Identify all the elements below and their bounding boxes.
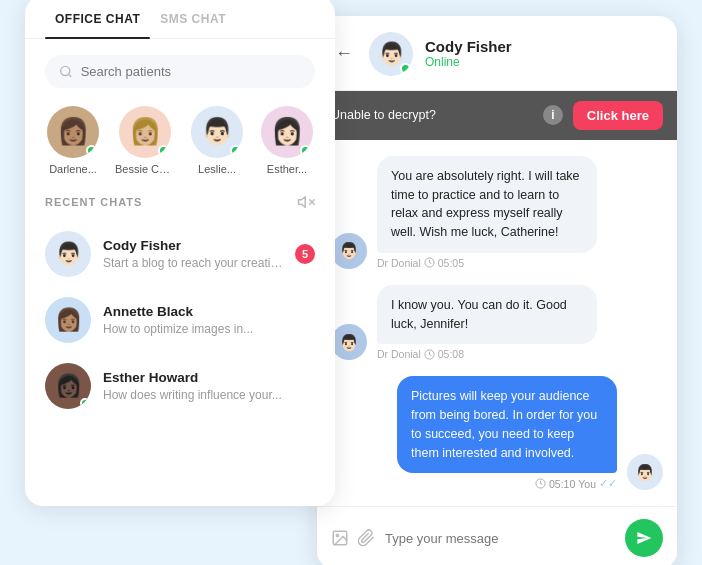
tab-sms-chat[interactable]: SMS CHAT — [150, 0, 236, 38]
section-header: RECENT CHATS — [25, 193, 335, 221]
online-dot — [80, 398, 90, 408]
avatar-item[interactable]: 👩🏽 Darlene... — [45, 106, 101, 175]
header-info: Cody Fisher Online — [425, 38, 659, 69]
message-bubble-row: 👨🏻 You are absolutely right. I will take… — [331, 156, 663, 269]
svg-marker-2 — [299, 197, 306, 208]
input-icons — [331, 529, 375, 547]
chat-name: Esther Howard — [103, 370, 315, 385]
emoji-icon[interactable] — [357, 529, 375, 547]
chat-name: Cody Fisher — [103, 238, 283, 253]
tab-office-chat[interactable]: OFFICE CHAT — [45, 0, 150, 38]
attachment-icon[interactable] — [331, 529, 349, 547]
message-row: 👨🏻 You are absolutely right. I will take… — [331, 156, 663, 269]
avatar: 👩🏻 — [261, 106, 313, 158]
header-status: Online — [425, 55, 659, 69]
avatar-name: Darlene... — [49, 163, 97, 175]
messages-area: 👨🏻 You are absolutely right. I will take… — [317, 140, 677, 507]
message-bubble: I know you. You can do it. Good luck, Je… — [377, 285, 597, 345]
message-meta: 05:10 You ✓✓ — [535, 477, 617, 490]
decrypt-text: Unable to decrypt? — [331, 108, 533, 122]
header-avatar: 👨🏻 — [369, 32, 413, 76]
svg-point-9 — [336, 535, 338, 537]
message-avatar: 👨🏻 — [331, 324, 367, 360]
chat-item-annette[interactable]: 👩🏽 Annette Black How to optimize images … — [35, 287, 325, 353]
chat-preview: How to optimize images in... — [103, 322, 315, 336]
read-checkmark: ✓✓ — [599, 477, 617, 490]
message-block: Pictures will keep your audience from be… — [397, 376, 617, 490]
message-sender: Dr Donial — [377, 348, 421, 360]
chat-header: ← 👨🏻 Cody Fisher Online — [317, 16, 677, 91]
chat-info: Cody Fisher Start a blog to reach your c… — [103, 238, 283, 270]
click-here-button[interactable]: Click here — [573, 101, 663, 130]
avatar: 👩🏽 — [47, 106, 99, 158]
chat-preview: How does writing influence your... — [103, 388, 315, 402]
online-dot — [400, 63, 411, 74]
chat-avatar: 👩🏽 — [45, 297, 91, 343]
message-meta: Dr Donial 05:05 — [377, 257, 597, 269]
chat-item-esther[interactable]: 👩🏿 Esther Howard How does writing influe… — [35, 353, 325, 419]
online-dot — [300, 145, 311, 156]
message-bubble: Pictures will keep your audience from be… — [397, 376, 617, 473]
speaker-icon — [297, 193, 315, 211]
message-sender: You — [578, 478, 596, 490]
message-avatar: 👨🏻 — [627, 454, 663, 490]
right-panel: ← 👨🏻 Cody Fisher Online Unable to decryp… — [317, 16, 677, 565]
message-bubble-row: 👨🏻 Pictures will keep your audience from… — [331, 376, 663, 490]
avatar-item[interactable]: 👩🏼 Bessie Cooper — [115, 106, 175, 175]
chat-name: Annette Black — [103, 304, 315, 319]
avatar-name: Leslie... — [198, 163, 236, 175]
chat-preview: Start a blog to reach your creative... — [103, 256, 283, 270]
avatar-item[interactable]: 👨🏻 Leslie... — [189, 106, 245, 175]
chat-avatar: 👨🏻 — [45, 231, 91, 277]
recent-chats-label: RECENT CHATS — [45, 196, 142, 208]
chat-info: Annette Black How to optimize images in.… — [103, 304, 315, 336]
avatar-item[interactable]: 👩🏻 Esther... — [259, 106, 315, 175]
message-sender: Dr Donial — [377, 257, 421, 269]
search-icon — [59, 64, 73, 79]
chat-item-cody[interactable]: 👨🏻 Cody Fisher Start a blog to reach you… — [35, 221, 325, 287]
message-avatar: 👨🏻 — [331, 233, 367, 269]
message-row: 👨🏻 I know you. You can do it. Good luck,… — [331, 285, 663, 361]
message-row: 👨🏻 Pictures will keep your audience from… — [331, 376, 663, 490]
send-button[interactable] — [625, 519, 663, 557]
online-dot — [158, 145, 169, 156]
message-meta: Dr Donial 05:08 — [377, 348, 597, 360]
message-input[interactable] — [385, 531, 615, 546]
message-time: 05:08 — [438, 348, 464, 360]
online-dot — [86, 145, 97, 156]
input-area — [317, 506, 677, 565]
message-bubble: You are absolutely right. I will take ti… — [377, 156, 597, 253]
search-bar — [45, 55, 315, 88]
search-input[interactable] — [81, 64, 301, 79]
avatar-name: Esther... — [267, 163, 307, 175]
message-block: I know you. You can do it. Good luck, Je… — [377, 285, 597, 361]
tabs: OFFICE CHAT SMS CHAT — [25, 0, 335, 39]
avatars-row: 👩🏽 Darlene... 👩🏼 Bessie Cooper 👨🏻 Leslie… — [25, 106, 335, 193]
info-icon: i — [543, 105, 563, 125]
left-panel: OFFICE CHAT SMS CHAT 👩🏽 Darlene... 👩🏼 — [25, 0, 335, 506]
chat-list: 👨🏻 Cody Fisher Start a blog to reach you… — [25, 221, 335, 419]
message-bubble-row: 👨🏻 I know you. You can do it. Good luck,… — [331, 285, 663, 361]
main-container: OFFICE CHAT SMS CHAT 👩🏽 Darlene... 👩🏼 — [25, 0, 677, 565]
unread-badge: 5 — [295, 244, 315, 264]
header-name: Cody Fisher — [425, 38, 659, 55]
svg-line-1 — [68, 74, 70, 76]
message-time: 05:05 — [438, 257, 464, 269]
message-block: You are absolutely right. I will take ti… — [377, 156, 597, 269]
chat-avatar: 👩🏿 — [45, 363, 91, 409]
decrypt-bar: Unable to decrypt? i Click here — [317, 91, 677, 140]
message-time: 05:10 — [549, 478, 575, 490]
online-dot — [230, 145, 241, 156]
avatar: 👩🏼 — [119, 106, 171, 158]
avatar-name: Bessie Cooper — [115, 163, 175, 175]
chat-info: Esther Howard How does writing influence… — [103, 370, 315, 402]
avatar: 👨🏻 — [191, 106, 243, 158]
